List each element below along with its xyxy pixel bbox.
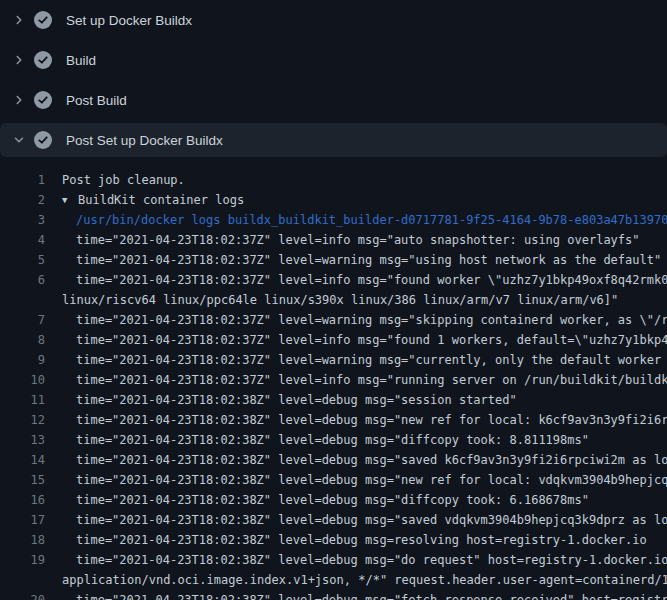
log-text: time="2021-04-23T18:02:37Z" level=info m… (76, 330, 667, 350)
log-text: time="2021-04-23T18:02:37Z" level=warnin… (76, 350, 667, 370)
line-number: 12 (0, 410, 45, 430)
actions-log-viewer: Set up Docker Buildx Build Post Build Po… (0, 0, 667, 600)
log-line: 14 time="2021-04-23T18:02:38Z" level=deb… (0, 450, 667, 470)
log-line: 19 time="2021-04-23T18:02:38Z" level=deb… (0, 550, 667, 570)
log-text: Post job cleanup. (62, 170, 185, 190)
log-line: 18 time="2021-04-23T18:02:38Z" level=deb… (0, 530, 667, 550)
log-text: time="2021-04-23T18:02:38Z" level=debug … (76, 550, 667, 570)
step-title: Build (66, 53, 96, 68)
log-line: 1 Post job cleanup. (0, 170, 667, 190)
step-section-post-set-up-docker-buildx[interactable]: Post Set up Docker Buildx (0, 123, 667, 157)
log-text: time="2021-04-23T18:02:38Z" level=debug … (76, 430, 589, 450)
line-number: 9 (0, 350, 45, 370)
log-line: 9 time="2021-04-23T18:02:37Z" level=warn… (0, 350, 667, 370)
step-title: Post Set up Docker Buildx (66, 133, 223, 148)
log-text: linux/riscv64 linux/ppc64le linux/s390x … (62, 290, 618, 310)
log-line: 10 time="2021-04-23T18:02:37Z" level=inf… (0, 370, 667, 390)
log-line: 16 time="2021-04-23T18:02:38Z" level=deb… (0, 490, 667, 510)
line-number: 16 (0, 490, 45, 510)
step-section-post-build[interactable]: Post Build (0, 80, 667, 120)
check-circle-icon (34, 11, 52, 29)
log-text: time="2021-04-23T18:02:38Z" level=debug … (76, 590, 667, 600)
log-line: 11 time="2021-04-23T18:02:38Z" level=deb… (0, 390, 667, 410)
line-number: 14 (0, 450, 45, 470)
chevron-right-icon[interactable] (12, 92, 26, 108)
check-circle-icon (34, 131, 52, 149)
line-number: 8 (0, 330, 45, 350)
line-number: 15 (0, 470, 45, 490)
line-number: 2 (0, 190, 45, 210)
log-text: time="2021-04-23T18:02:38Z" level=debug … (76, 390, 517, 410)
log-text: time="2021-04-23T18:02:37Z" level=warnin… (76, 310, 667, 330)
log-group-header[interactable]: 2 ▼ BuildKit container logs (0, 190, 667, 210)
log-text: time="2021-04-23T18:02:38Z" level=debug … (76, 450, 667, 470)
log-line-wrap: application/vnd.oci.image.index.v1+json,… (0, 570, 667, 590)
line-number: 7 (0, 310, 45, 330)
line-number: 17 (0, 510, 45, 530)
triangle-down-icon[interactable]: ▼ (62, 190, 78, 210)
log-line: 7 time="2021-04-23T18:02:37Z" level=warn… (0, 310, 667, 330)
log-text: time="2021-04-23T18:02:38Z" level=debug … (76, 470, 667, 490)
log-text: time="2021-04-23T18:02:37Z" level=info m… (76, 230, 640, 250)
log-text: time="2021-04-23T18:02:37Z" level=info m… (76, 370, 667, 390)
log-line: 13 time="2021-04-23T18:02:38Z" level=deb… (0, 430, 667, 450)
log-line: 6 time="2021-04-23T18:02:37Z" level=info… (0, 270, 667, 290)
log-line: 12 time="2021-04-23T18:02:38Z" level=deb… (0, 410, 667, 430)
line-number: 11 (0, 390, 45, 410)
line-number (0, 570, 45, 590)
step-section-build[interactable]: Build (0, 40, 667, 80)
step-section-set-up-docker-buildx[interactable]: Set up Docker Buildx (0, 0, 667, 40)
log-command-text: /usr/bin/docker logs buildx_buildkit_bui… (76, 210, 667, 230)
log-text: time="2021-04-23T18:02:38Z" level=debug … (76, 510, 667, 530)
log-line: 17 time="2021-04-23T18:02:38Z" level=deb… (0, 510, 667, 530)
log-line: 20 time="2021-04-23T18:02:38Z" level=deb… (0, 590, 667, 600)
log-output: 1 Post job cleanup. 2 ▼ BuildKit contain… (0, 160, 667, 600)
log-line: 4 time="2021-04-23T18:02:37Z" level=info… (0, 230, 667, 250)
line-number: 13 (0, 430, 45, 450)
line-number: 6 (0, 270, 45, 290)
line-number: 20 (0, 590, 45, 600)
chevron-down-icon[interactable] (12, 132, 26, 148)
step-title: Post Build (66, 93, 127, 108)
line-number: 5 (0, 250, 45, 270)
line-number: 10 (0, 370, 45, 390)
log-text: time="2021-04-23T18:02:38Z" level=debug … (76, 530, 647, 550)
log-line-wrap: linux/riscv64 linux/ppc64le linux/s390x … (0, 290, 667, 310)
line-number (0, 290, 45, 310)
chevron-right-icon[interactable] (12, 52, 26, 68)
log-text: time="2021-04-23T18:02:37Z" level=warnin… (76, 250, 661, 270)
log-line: 8 time="2021-04-23T18:02:37Z" level=info… (0, 330, 667, 350)
chevron-right-icon[interactable] (12, 12, 26, 28)
log-text: application/vnd.oci.image.index.v1+json,… (62, 570, 667, 590)
log-line: 15 time="2021-04-23T18:02:38Z" level=deb… (0, 470, 667, 490)
log-line-command: 3 /usr/bin/docker logs buildx_buildkit_b… (0, 210, 667, 230)
check-circle-icon (34, 91, 52, 109)
log-text: time="2021-04-23T18:02:37Z" level=info m… (76, 270, 667, 290)
line-number: 4 (0, 230, 45, 250)
log-text: time="2021-04-23T18:02:38Z" level=debug … (76, 490, 589, 510)
log-group-title[interactable]: BuildKit container logs (78, 190, 244, 210)
check-circle-icon (34, 51, 52, 69)
line-number: 19 (0, 550, 45, 570)
line-number: 1 (0, 170, 45, 190)
step-title: Set up Docker Buildx (66, 13, 192, 28)
line-number: 3 (0, 210, 45, 230)
log-line: 5 time="2021-04-23T18:02:37Z" level=warn… (0, 250, 667, 270)
log-text: time="2021-04-23T18:02:38Z" level=debug … (76, 410, 667, 430)
line-number: 18 (0, 530, 45, 550)
